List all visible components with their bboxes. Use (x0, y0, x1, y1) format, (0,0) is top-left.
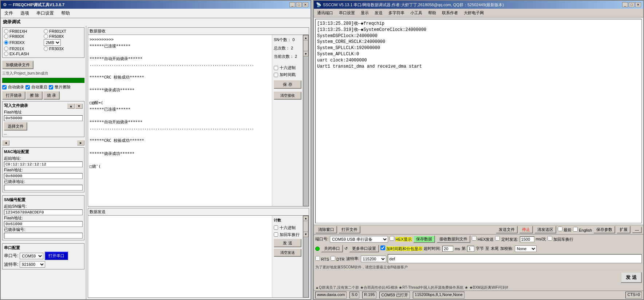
hex-display-checkbox[interactable] (390, 236, 394, 241)
close-button[interactable]: ✕ (303, 2, 308, 7)
mac-start-addr-input[interactable] (4, 161, 83, 167)
burned-addr-input[interactable] (4, 185, 83, 191)
clear-receive-button[interactable]: 清空接收 (274, 92, 301, 100)
flash-size-select[interactable]: 2MB (44, 39, 61, 46)
auto-reset-checkbox[interactable] (25, 85, 30, 89)
baud-select[interactable]: 921600 (20, 261, 45, 268)
send-scroll-up[interactable]: ▲ (303, 216, 308, 221)
maximize-button[interactable]: □ (296, 2, 302, 7)
erase-button[interactable]: 擦 除 (26, 91, 43, 100)
radio-fr508x[interactable]: FR508X (44, 34, 83, 39)
rts-checkbox[interactable] (315, 256, 320, 261)
radio-fr801xt[interactable]: FR801XT (44, 29, 83, 33)
radio-ex-flash[interactable]: EX-FLASH (4, 52, 43, 56)
timed-send-checkbox[interactable] (495, 236, 500, 241)
radio-fr303x-input[interactable] (44, 47, 48, 51)
radio-fr800x-input[interactable] (4, 34, 8, 39)
sscom-menu-daxia[interactable]: 大虾电子网 (461, 9, 486, 16)
com-port-select[interactable]: COM59 (20, 253, 43, 259)
timeout-input[interactable] (442, 246, 453, 252)
more-settings-button[interactable]: 更多串口设置 (349, 245, 379, 252)
hex-send-checkbox[interactable] (472, 236, 477, 241)
receive-scrollbar[interactable]: ▲ ▼ (303, 35, 309, 206)
sscom-maximize-button[interactable]: □ (629, 2, 635, 7)
send-scroll-down[interactable]: ▼ (303, 232, 308, 237)
sscom-menu-contact[interactable]: 联系作者 (439, 9, 461, 16)
menu-options[interactable]: 选项 (18, 9, 31, 17)
menu-file[interactable]: 文件 (2, 9, 15, 17)
time-display-checkbox[interactable] (380, 245, 385, 250)
scroll-down-btn[interactable]: ▼ (75, 104, 83, 109)
sscom-send-button[interactable]: 发 送 (621, 272, 642, 283)
radio-fr800x[interactable]: FR800X (4, 34, 43, 39)
open-burn-button[interactable]: 打开烧录 (2, 91, 25, 100)
refresh-icon[interactable]: ↺ (344, 246, 348, 251)
burned-sn-input[interactable] (4, 233, 83, 239)
radio-fr801xh[interactable]: FR801XH (4, 29, 43, 33)
radio-fr801xt-input[interactable] (44, 29, 48, 33)
mac-flash-addr-input[interactable] (4, 173, 83, 179)
minimize-button[interactable]: _ (289, 2, 295, 7)
sscom-menu-serial[interactable]: 串口设置 (336, 9, 357, 16)
chip-erase-checkbox[interactable] (49, 85, 53, 89)
auto-burn-checkbox[interactable] (2, 85, 7, 89)
add-time-checkbox[interactable] (274, 73, 278, 77)
hex16-check[interactable]: 十六进制 (274, 65, 301, 71)
scroll-down-arrow[interactable]: ▼ (303, 51, 308, 56)
scroll-up-arrow[interactable]: ▲ (303, 35, 308, 40)
first-byte-input[interactable] (467, 246, 474, 252)
left-arrow-btn[interactable]: ◄ (2, 140, 9, 145)
sscom-close-button[interactable]: ✕ (635, 2, 641, 7)
open-port-button[interactable]: 打开串口 (45, 252, 68, 260)
sn-start-input[interactable] (4, 209, 83, 215)
send-addcr-checkbox[interactable] (274, 232, 278, 237)
open-file-button[interactable]: 打开文件 (339, 226, 360, 233)
send-button[interactable]: 发 送 (274, 239, 301, 247)
receive-data-file-button[interactable]: 接收数据到文件 (436, 235, 470, 243)
sn-flash-input[interactable] (4, 221, 83, 227)
add-time-check[interactable]: 加时间戳 (274, 72, 301, 77)
radio-fr508x-input[interactable] (44, 34, 48, 39)
send-textarea[interactable] (88, 216, 272, 297)
load-file-button[interactable]: 加载烧录文件 (2, 61, 33, 69)
radio-fr301xx[interactable]: FR30XX (4, 39, 43, 46)
send-hex-check[interactable]: 十六进制 (274, 225, 301, 231)
send-scroll-thumb[interactable] (303, 221, 308, 232)
clear-window-button[interactable]: 清除窗口 (315, 226, 337, 233)
send-scrollbar[interactable]: ▲ ▼ (303, 216, 309, 297)
sscom-minimize-button[interactable]: _ (622, 2, 628, 7)
save-params-button[interactable]: 保存参数 (593, 226, 615, 233)
sscom-menu-multistr[interactable]: 多字符串 (386, 9, 407, 16)
sscom-menu-display[interactable]: 显示 (358, 9, 371, 16)
sscom-menu-help[interactable]: 帮助 (426, 9, 439, 16)
save-button[interactable]: 保 存 (274, 80, 301, 89)
radio-fr801xh-input[interactable] (4, 29, 8, 33)
clear-send-area-button[interactable]: 清发送区 (534, 226, 556, 233)
burn-button[interactable]: 烧 录 (43, 91, 60, 100)
auto-reset-check[interactable]: 自动重启 (25, 84, 47, 90)
scroll-thumb[interactable] (303, 40, 308, 51)
menu-serial[interactable]: 串口设置 (34, 9, 56, 17)
collapse-button[interactable]: — (632, 227, 642, 233)
close-port-button[interactable]: 关闭串口 (321, 245, 343, 252)
baud-select2[interactable]: 115200 (361, 256, 386, 262)
dtr-checkbox[interactable] (331, 256, 335, 261)
timed-ms-input[interactable] (520, 236, 534, 242)
hex16-checkbox[interactable] (274, 66, 278, 70)
select-file-button[interactable]: 选择文件 (4, 122, 27, 131)
auto-burn-check[interactable]: 自动烧录 (2, 84, 24, 90)
send-hex-checkbox[interactable] (274, 225, 278, 230)
check-select[interactable]: None (515, 245, 537, 252)
right-arrow-btn[interactable]: ► (77, 140, 84, 145)
scroll-up-btn[interactable]: ▲ (67, 104, 75, 109)
last-checkbox[interactable] (558, 227, 562, 231)
radio-fr301xx-input[interactable] (4, 40, 8, 45)
send-input-field[interactable] (388, 254, 642, 263)
save-data-button[interactable]: 保存数据 (413, 235, 435, 243)
sscom-menu-comm[interactable]: 通讯端口 (315, 9, 336, 16)
radio-fr303x[interactable]: FR303X (44, 47, 83, 51)
send-addcr-check[interactable]: 加回车换行 (274, 232, 301, 237)
send-file-button[interactable]: 发送文件 (496, 226, 518, 233)
clear-send-button[interactable]: 清空发送 (274, 249, 301, 257)
chip-erase-check[interactable]: 整片擦除 (49, 84, 71, 90)
